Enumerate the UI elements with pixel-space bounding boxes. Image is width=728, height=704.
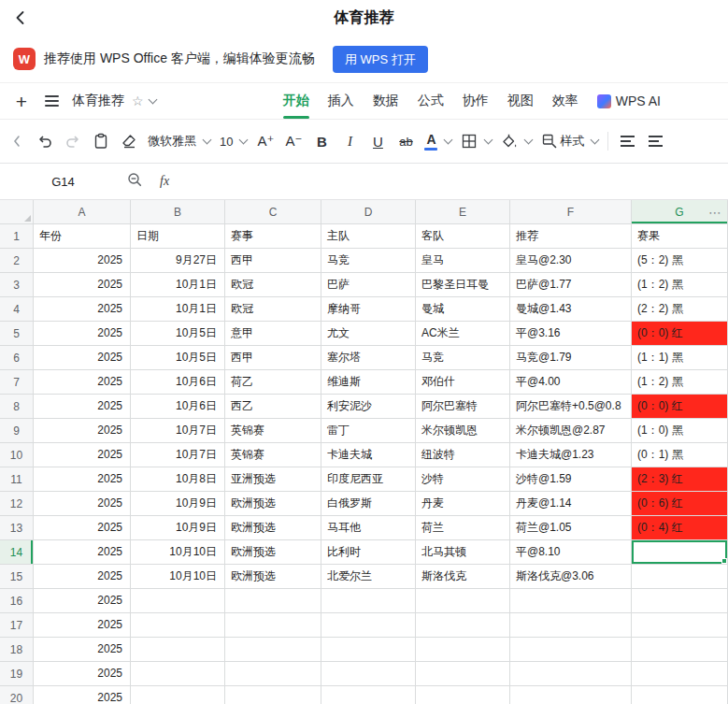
cell-F5[interactable]: 平@3.16 [510,322,632,346]
row-header-9[interactable]: 9 [0,419,34,443]
cell-E14[interactable]: 北马其顿 [416,540,510,565]
cell-D18[interactable] [321,638,416,662]
cell-G8[interactable]: (0：0) 红 [632,395,728,419]
chevron-down-icon[interactable] [148,95,157,105]
row-header-7[interactable]: 7 [0,370,34,395]
star-favorite-icon[interactable]: ☆ [132,94,144,108]
more-columns-button[interactable]: ⋯ [708,205,722,220]
row-header-10[interactable]: 10 [0,443,34,467]
italic-button[interactable]: I [340,127,359,155]
cell-F1[interactable]: 推荐 [510,224,632,249]
cell-B11[interactable]: 10月8日 [131,467,225,492]
cell-D11[interactable]: 印度尼西亚 [321,467,416,492]
cell-A10[interactable]: 2025 [34,443,131,467]
cell-E5[interactable]: AC米兰 [416,322,510,346]
cell-C12[interactable]: 欧洲预选 [225,492,321,516]
cell-E18[interactable] [416,638,510,662]
row-header-13[interactable]: 13 [0,516,34,540]
cell-C2[interactable]: 西甲 [225,249,321,273]
cell-D7[interactable]: 维迪斯 [321,370,416,395]
new-document-button[interactable]: + [11,92,32,111]
column-header-B[interactable]: B [131,200,225,224]
cell-G19[interactable] [632,662,728,686]
cell-A6[interactable]: 2025 [34,346,131,370]
cell-E17[interactable] [416,613,510,638]
cell-G2[interactable]: (5：2) 黑 [632,249,728,273]
cell-D20[interactable] [321,686,416,704]
cell-C3[interactable]: 欧冠 [225,273,321,297]
font-family-select[interactable]: 微软雅黑 [148,127,210,155]
fill-handle[interactable] [721,558,727,564]
cell-reference-box[interactable]: G14 [0,175,126,189]
cell-B10[interactable]: 10月7日 [131,443,225,467]
cell-A20[interactable]: 2025 [34,686,131,704]
cell-A17[interactable]: 2025 [34,613,131,638]
cell-style-button[interactable]: 样式 [541,127,598,155]
cell-E11[interactable]: 沙特 [416,467,510,492]
formula-input[interactable] [169,164,728,199]
underline-button[interactable]: U [368,127,387,155]
cell-E12[interactable]: 丹麦 [416,492,510,516]
borders-button[interactable] [461,127,492,155]
cell-B19[interactable] [131,662,225,686]
cell-F17[interactable] [510,613,632,638]
row-header-14[interactable]: 14 [0,540,34,565]
font-size-select[interactable]: 10 [220,127,247,155]
cell-B15[interactable]: 10月10日 [131,565,225,589]
cell-E15[interactable]: 斯洛伐克 [416,565,510,589]
zoom-out-icon[interactable] [126,171,143,192]
cell-G6[interactable]: (1：1) 黑 [632,346,728,370]
cell-B13[interactable]: 10月9日 [131,516,225,540]
cell-E10[interactable]: 纽波特 [416,443,510,467]
redo-button[interactable] [64,127,82,155]
clear-format-eraser-icon[interactable] [120,127,138,155]
cell-G18[interactable] [632,638,728,662]
column-header-E[interactable]: E [416,200,510,224]
cell-E4[interactable]: 曼城 [416,297,510,322]
cell-A4[interactable]: 2025 [34,297,131,322]
row-header-8[interactable]: 8 [0,395,34,419]
cell-C6[interactable]: 西甲 [225,346,321,370]
cell-F2[interactable]: 皇马@2.30 [510,249,632,273]
column-header-A[interactable]: A [34,200,131,224]
row-header-19[interactable]: 19 [0,662,34,686]
cell-A7[interactable]: 2025 [34,370,131,395]
cell-D16[interactable] [321,589,416,613]
paste-button[interactable] [92,127,110,155]
cell-E9[interactable]: 米尔顿凯恩 [416,419,510,443]
cell-D9[interactable]: 雷丁 [321,419,416,443]
cell-F19[interactable] [510,662,632,686]
cell-B3[interactable]: 10月1日 [131,273,225,297]
row-header-3[interactable]: 3 [0,273,34,297]
cell-D14[interactable]: 比利时 [321,540,416,565]
cell-B2[interactable]: 9月27日 [131,249,225,273]
cell-C10[interactable]: 英锦赛 [225,443,321,467]
row-header-20[interactable]: 20 [0,686,34,704]
toolbar-scroll-left-icon[interactable] [7,127,26,155]
cell-E6[interactable]: 马竞 [416,346,510,370]
column-header-G[interactable]: G⋯ [632,200,728,224]
cell-B8[interactable]: 10月6日 [131,395,225,419]
cell-B17[interactable] [131,613,225,638]
cell-F10[interactable]: 卡迪夫城@1.23 [510,443,632,467]
row-header-1[interactable]: 1 [0,224,34,249]
cell-D2[interactable]: 马竞 [321,249,416,273]
cell-E8[interactable]: 阿尔巴塞特 [416,395,510,419]
cell-F6[interactable]: 马竞@1.79 [510,346,632,370]
cell-C16[interactable] [225,589,321,613]
row-header-12[interactable]: 12 [0,492,34,516]
cell-A5[interactable]: 2025 [34,322,131,346]
font-color-button[interactable]: A [424,127,451,155]
cell-E3[interactable]: 巴黎圣日耳曼 [416,273,510,297]
cell-G3[interactable]: (1：2) 黑 [632,273,728,297]
cell-C4[interactable]: 欧冠 [225,297,321,322]
cell-B12[interactable]: 10月9日 [131,492,225,516]
cell-G12[interactable]: (0：6) 红 [632,492,728,516]
cell-E19[interactable] [416,662,510,686]
cell-D15[interactable]: 北爱尔兰 [321,565,416,589]
undo-button[interactable] [36,127,54,155]
row-header-16[interactable]: 16 [0,589,34,613]
cell-A16[interactable]: 2025 [34,589,131,613]
cell-D13[interactable]: 马耳他 [321,516,416,540]
tab-collaborate[interactable]: 协作 [463,83,489,119]
